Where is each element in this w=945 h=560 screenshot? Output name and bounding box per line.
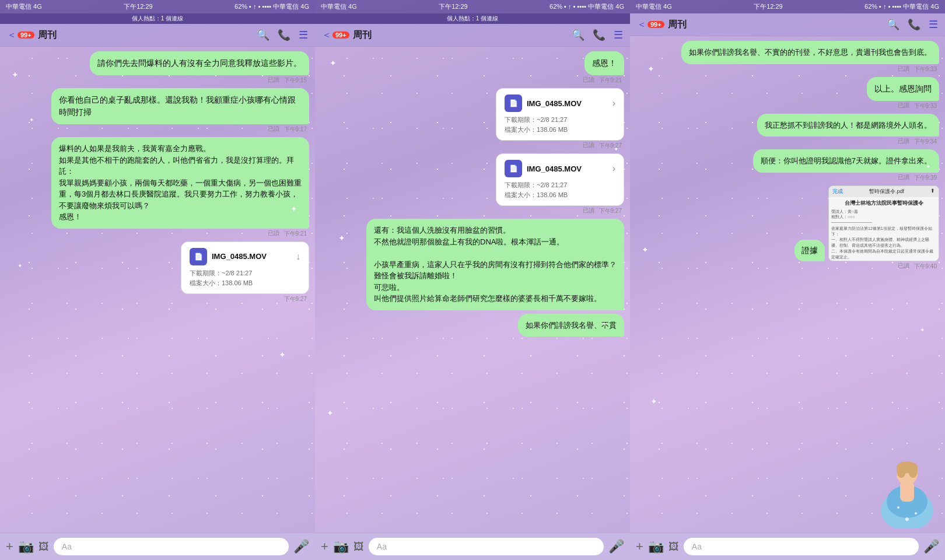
nav-bar-1: ＜ 99+ 周刊 🔍 📞 ☰ <box>0 24 315 47</box>
input-field-2[interactable]: Aa <box>369 538 604 555</box>
msg-row: 以上。感恩詢問 已讀 下午9:33 <box>867 77 939 110</box>
msg-time: 下午9:33 <box>912 65 939 74</box>
menu-icon-2[interactable]: ☰ <box>614 29 623 41</box>
read-label: 已讀 <box>268 76 279 84</box>
photo-icon-1[interactable]: 🖼 <box>38 541 49 553</box>
carrier-3: 中華電信 4G <box>636 2 672 11</box>
file-size: 檔案大小：138.06 MB <box>190 279 300 288</box>
msg-time: 下午9:33 <box>912 102 939 110</box>
nav-back-2[interactable]: ＜ 99+ <box>322 29 349 41</box>
read-label: 已讀 <box>898 137 909 145</box>
search-icon-3[interactable]: 🔍 <box>887 18 900 31</box>
nav-icons-2: 🔍 📞 ☰ <box>572 29 623 41</box>
mic-icon-1[interactable]: 🎤 <box>293 539 309 554</box>
plus-icon-1[interactable]: + <box>6 539 13 554</box>
nav-badge-1: 99+ <box>18 32 34 38</box>
menu-icon-1[interactable]: ☰ <box>299 29 308 41</box>
doc-preview[interactable]: 完成 暫時保護令.pdf ⬆ 台灣士林地方法院民事暫時保護令 聲請人：黃○嘉 相… <box>828 186 939 261</box>
read-label: 已讀 <box>268 125 279 133</box>
file-size: 檔案大小：138.06 MB <box>505 125 615 134</box>
battery-2: 62% ▪ ↑ ▪ ▪▪▪▪ 中華電信 4G <box>550 2 624 11</box>
file-bubble[interactable]: 📄 IMG_0485.MOV › 下載期限：~2/8 21:27 檔案大小：13… <box>496 153 624 206</box>
nav-badge-3: 99+ <box>648 21 664 28</box>
carrier-2: 中華電信 4G <box>321 2 357 11</box>
nav-bar-2: ＜ 99+ 周刊 🔍 📞 ☰ <box>315 24 630 47</box>
nav-title-2: 周刊 <box>353 29 568 41</box>
input-bar-3: + 📷 🖼 Aa 🎤 <box>630 533 945 560</box>
msg-row: 📄 IMG_0485.MOV › 下載期限：~2/8 21:27 檔案大小：13… <box>496 153 624 215</box>
camera-icon-3[interactable]: 📷 <box>648 539 664 554</box>
input-field-3[interactable]: Aa <box>684 538 919 555</box>
file-bubble[interactable]: 📄 IMG_0485.MOV ↓ 下載期限：~2/8 21:27 檔案大小：13… <box>181 242 309 294</box>
bubble: 你看他自己的桌子亂成那樣。還說我勒！我顧重症小孩哪有心情跟時間打掃 <box>51 88 309 124</box>
file-bubble[interactable]: 📄 IMG_0485.MOV › 下載期限：~2/8 21:27 檔案大小：13… <box>496 88 624 141</box>
msg-row: 還有：我這個人洗臉沒有用臉盆的習慣。 不然他就證明那個臉盆上有我的DNA啦。根本… <box>366 219 624 310</box>
input-bar-2: + 📷 🖼 Aa 🎤 <box>315 533 630 560</box>
msg-time: 下午9:39 <box>912 174 939 182</box>
nav-icons-1: 🔍 📞 ☰ <box>257 29 308 41</box>
msg-row: 📄 IMG_0485.MOV › 下載期限：~2/8 21:27 檔案大小：13… <box>496 88 624 150</box>
file-icon: 📄 <box>505 94 522 112</box>
time-2: 下午12:29 <box>439 2 468 11</box>
msg-row: 如果你們誹謗我名譽、不貫 <box>518 314 624 337</box>
msg-time: 下午9:17 <box>282 125 309 134</box>
bubble: 爆料的人如果是我前夫，我黃宥嘉全力應戰。 如果是其他不相干的跑龍套的人，叫他們省… <box>51 137 309 229</box>
carrier-1: 中華電信 4G <box>6 2 42 11</box>
battery-3: 62% ▪ ↑ ▪ ▪▪▪▪ 中華電信 4G <box>864 2 939 11</box>
download-arrow-icon[interactable]: › <box>612 98 615 108</box>
msg-row: 爆料的人如果是我前夫，我黃宥嘉全力應戰。 如果是其他不相干的跑龍套的人，叫他們省… <box>51 137 309 238</box>
phone-icon-1[interactable]: 📞 <box>278 29 290 41</box>
photo-icon-2[interactable]: 🖼 <box>354 541 364 553</box>
bubble: 以上。感恩詢問 <box>867 77 939 101</box>
phone-icon-3[interactable]: 📞 <box>908 18 921 31</box>
nav-icons-3: 🔍 📞 ☰ <box>887 18 938 31</box>
search-icon-2[interactable]: 🔍 <box>572 29 584 41</box>
doc-complete-btn[interactable]: 完成 <box>832 188 843 195</box>
msg-time: 下午9:34 <box>912 138 939 146</box>
bubble-label: 證據 <box>794 240 825 261</box>
download-arrow-icon[interactable]: › <box>612 163 615 174</box>
status-bar-3: 中華電信 4G 下午12:29 62% ▪ ↑ ▪ ▪▪▪▪ 中華電信 4G <box>630 0 945 13</box>
doc-share-icon[interactable]: ⬆ <box>930 188 935 195</box>
doc-header: 完成 暫時保護令.pdf ⬆ <box>829 186 939 197</box>
phone-panel-2: ✦ ✦ ✦ ✦ ✦ 中華電信 4G 下午12:29 62% ▪ ↑ ▪ ▪▪▪▪… <box>315 0 630 560</box>
status-bar-2: 中華電信 4G 下午12:29 62% ▪ ↑ ▪ ▪▪▪▪ 中華電信 4G <box>315 0 630 13</box>
file-deadline: 下載期限：~2/8 21:27 <box>505 181 615 190</box>
input-field-1[interactable]: Aa <box>54 538 289 555</box>
msg-time: 下午9:27 <box>597 207 624 215</box>
chat-area-2: 感恩！ 已讀 下午9:21 📄 IMG_0485.MOV › 下載期限：~2/8… <box>315 47 630 533</box>
nav-title-1: 周刊 <box>38 29 253 41</box>
camera-icon-1[interactable]: 📷 <box>18 539 34 554</box>
hotspot-bar-2: 個人熱點：1 個連線 <box>315 13 630 24</box>
read-label: 已讀 <box>898 173 909 181</box>
camera-icon-2[interactable]: 📷 <box>333 539 349 554</box>
file-icon: 📄 <box>505 160 522 177</box>
search-icon-1[interactable]: 🔍 <box>257 29 270 41</box>
menu-icon-3[interactable]: ☰ <box>929 18 938 31</box>
phone-panel-3: ✦ ✦ ✦ ✦ ✦ 中華電信 4G 下午12:29 62% ▪ ↑ ▪ ▪▪▪▪… <box>630 0 945 560</box>
msg-row: 📄 IMG_0485.MOV ↓ 下載期限：~2/8 21:27 檔案大小：13… <box>181 242 309 303</box>
chat-area-3: 如果你們誹謗我名譽、不實的的刊登，不好意思，貴週刊我也會告到底。 已讀 下午9:… <box>630 36 945 533</box>
photo-icon-3[interactable]: 🖼 <box>668 541 679 553</box>
mic-icon-3[interactable]: 🎤 <box>923 539 939 554</box>
msg-row: 你看他自己的桌子亂成那樣。還說我勒！我顧重症小孩哪有心情跟時間打掃 已讀 下午9… <box>51 88 309 134</box>
phone-icon-2[interactable]: 📞 <box>593 29 606 41</box>
msg-time: 下午9:21 <box>282 230 309 238</box>
read-label: 已讀 <box>898 102 909 110</box>
read-label: 已讀 <box>898 65 909 73</box>
file-name: IMG_0485.MOV <box>527 99 582 108</box>
plus-icon-2[interactable]: + <box>321 539 328 554</box>
nav-title-3: 周刊 <box>668 19 883 31</box>
plus-icon-3[interactable]: + <box>636 539 643 554</box>
nav-back-1[interactable]: ＜ 99+ <box>7 29 34 41</box>
msg-time: 下午9:15 <box>282 76 309 85</box>
read-label: 已讀 <box>583 76 594 84</box>
mic-icon-2[interactable]: 🎤 <box>608 539 624 554</box>
download-arrow-icon[interactable]: ↓ <box>296 251 300 262</box>
nav-back-3[interactable]: ＜ 99+ <box>637 19 664 31</box>
bubble: 還有：我這個人洗臉沒有用臉盆的習慣。 不然他就證明那個臉盆上有我的DNA啦。根本… <box>366 219 624 310</box>
read-label: 已讀 <box>898 262 909 270</box>
msg-row: 請你們先去問爆料的人有沒有全力同意我釋放這些影片。 已讀 下午9:15 <box>90 51 309 85</box>
file-size: 檔案大小：138.06 MB <box>505 191 615 200</box>
bubble: 請你們先去問爆料的人有沒有全力同意我釋放這些影片。 <box>90 51 309 75</box>
